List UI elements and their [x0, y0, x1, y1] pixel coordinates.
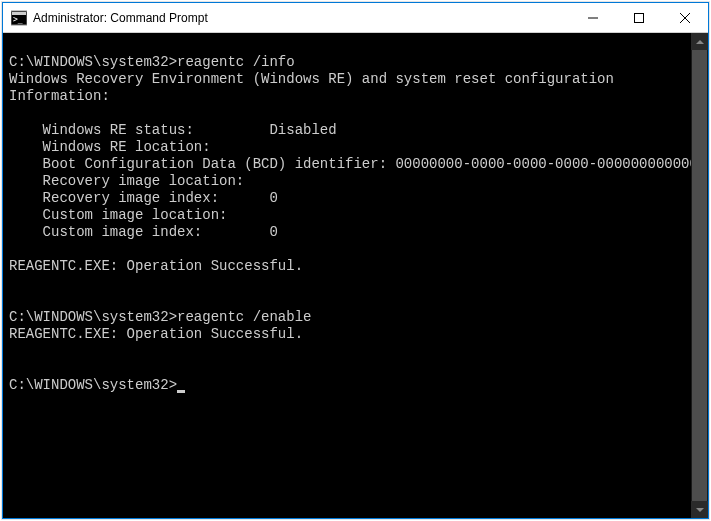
close-icon	[680, 13, 690, 23]
chevron-up-icon	[696, 40, 704, 44]
output-line: Boot Configuration Data (BCD) identifier…	[9, 156, 691, 172]
window-title: Administrator: Command Prompt	[33, 11, 570, 25]
output-line: Custom image location:	[9, 207, 227, 223]
output-line: Windows Recovery Environment (Windows RE…	[9, 71, 614, 87]
output-line: Recovery image index: 0	[9, 190, 278, 206]
output-line: Information:	[9, 88, 110, 104]
app-icon: >_	[11, 10, 27, 26]
prompt: C:\WINDOWS\system32>	[9, 377, 177, 393]
output-line: Recovery image location:	[9, 173, 244, 189]
svg-rect-4	[635, 13, 644, 22]
cursor	[177, 390, 185, 393]
terminal-content[interactable]: C:\WINDOWS\system32>reagentc /info Windo…	[3, 33, 691, 518]
output-line: REAGENTC.EXE: Operation Successful.	[9, 326, 303, 342]
scroll-track[interactable]	[691, 50, 708, 501]
prompt-line: C:\WINDOWS\system32>reagentc /info Windo…	[9, 54, 691, 393]
svg-marker-8	[696, 508, 704, 512]
output-line: Windows RE status: Disabled	[9, 122, 337, 138]
window-controls	[570, 3, 708, 32]
command-prompt-window: >_ Administrator: Command Prompt	[2, 2, 709, 519]
vertical-scrollbar[interactable]	[691, 33, 708, 518]
chevron-down-icon	[696, 508, 704, 512]
scroll-up-arrow[interactable]	[691, 33, 708, 50]
scroll-thumb[interactable]	[692, 50, 707, 501]
prompt: C:\WINDOWS\system32>	[9, 309, 177, 325]
output-line: Custom image index: 0	[9, 224, 278, 240]
prompt: C:\WINDOWS\system32>	[9, 54, 177, 70]
minimize-button[interactable]	[570, 3, 616, 32]
command-text: reagentc /enable	[177, 309, 311, 325]
output-line: Windows RE location:	[9, 139, 211, 155]
close-button[interactable]	[662, 3, 708, 32]
maximize-icon	[634, 13, 644, 23]
command-text: reagentc /info	[177, 54, 295, 70]
svg-text:>_: >_	[13, 15, 23, 24]
svg-marker-7	[696, 40, 704, 44]
maximize-button[interactable]	[616, 3, 662, 32]
terminal-area: C:\WINDOWS\system32>reagentc /info Windo…	[3, 33, 708, 518]
title-bar[interactable]: >_ Administrator: Command Prompt	[3, 3, 708, 33]
minimize-icon	[588, 13, 598, 23]
scroll-down-arrow[interactable]	[691, 501, 708, 518]
output-line: REAGENTC.EXE: Operation Successful.	[9, 258, 303, 274]
